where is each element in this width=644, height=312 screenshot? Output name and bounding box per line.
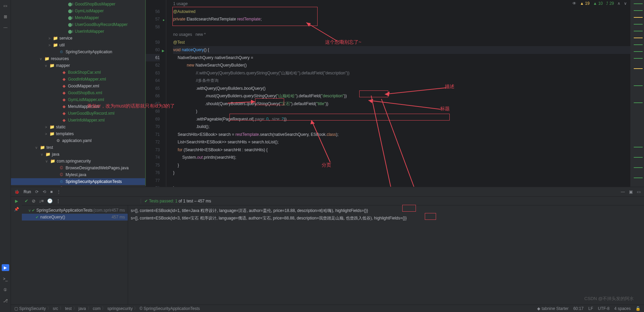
tree-item-com-springsecurity[interactable]: v📁com.springsecurity: [11, 158, 146, 165]
tree-item-application-yaml[interactable]: ⚙application.yaml: [11, 137, 146, 144]
breadcrumb-item[interactable]: java: [79, 306, 86, 311]
tree-item-browsedesignatedwebpages-java[interactable]: ©BrowseDesignatedWebPages.java: [11, 165, 146, 171]
cursor-position[interactable]: 60:17: [573, 306, 584, 311]
tree-item-templates[interactable]: >📁templates: [11, 130, 146, 137]
tree-item-java[interactable]: v📁java: [11, 151, 146, 158]
annotation-title: 标题: [440, 106, 450, 112]
warnings-count[interactable]: ▲ 19: [580, 1, 590, 6]
readonly-icon[interactable]: 🔓: [635, 306, 641, 311]
main-area: ⬤IGoodShopBusMapper⬤IGymListMapper⬤IMenu…: [11, 0, 644, 312]
chevron-down-icon[interactable]: ∨: [624, 1, 627, 6]
sort-icon[interactable]: ↓≡: [39, 198, 44, 203]
test-toolbar: ✔ ⊘ ↓≡ 🕐 ⋮ ✔ Tests passed: 1 of 1 test –…: [22, 197, 644, 205]
tree-item-menumapper[interactable]: ⬤IMenuMapper: [11, 14, 146, 21]
eye-off-icon[interactable]: 👁: [572, 1, 576, 6]
tree-item-usergoodbuyrecord-xml[interactable]: ◆UserGoodBuyRecord.xml: [11, 110, 146, 117]
check-icon[interactable]: ✔: [25, 198, 28, 203]
breadcrumb-item[interactable]: test: [65, 306, 71, 311]
breadcrumb[interactable]: ▢ SpringSecurity〉src〉test〉java〉com〉sprin…: [14, 306, 200, 311]
annotation-like-or: 类似or，改为must的话那就只有id为3的了: [87, 103, 175, 109]
tree-item-goodshopbusmapper[interactable]: ⬤IGoodShopBusMapper: [11, 1, 146, 8]
pin-icon[interactable]: 📌: [14, 207, 19, 212]
tree-item-test[interactable]: v📁test: [11, 144, 146, 151]
problems-tool-icon[interactable]: ①: [2, 287, 9, 293]
annotation-dont-forget: 这个您嘞别忘了~: [325, 39, 361, 45]
tests-passed-label: Tests passed: 1: [149, 199, 177, 203]
console-line: s=[], content=ESBook(id=1, title=Java 程序…: [131, 207, 641, 214]
test-row[interactable]: v ✔SpringSecurityApplicationTests (com.s…: [22, 207, 128, 214]
test-tree[interactable]: v ✔SpringSecurityApplicationTests (com.s…: [22, 205, 128, 304]
run-panel-title: Run: [24, 189, 31, 194]
tree-item-service[interactable]: >📁service: [11, 35, 146, 42]
rerun-icon[interactable]: ⟳: [35, 189, 39, 194]
tabnine-widget[interactable]: ◆ tabnine Starter: [537, 306, 569, 311]
breadcrumb-item[interactable]: ▢ SpringSecurity: [14, 306, 46, 311]
layout-icon[interactable]: ▣: [629, 189, 633, 194]
vcs-tool-icon[interactable]: ⎇: [2, 298, 9, 304]
console-line: s=[], content=ESBook(id=3, title=宝石 程序设计…: [131, 214, 641, 222]
structure-tool-icon[interactable]: ⊞: [2, 14, 9, 20]
tree-item-bookshopcar-xml[interactable]: ◆BookShopCar.xml: [11, 69, 146, 76]
more-test-icon[interactable]: ⋮: [56, 198, 60, 203]
settings-icon[interactable]: ▭: [637, 189, 641, 194]
more-tool-icon[interactable]: ⋯: [2, 25, 9, 31]
tree-item-mapper[interactable]: v📁mapper: [11, 62, 146, 69]
tests-total-label: of 1 test – 457 ms: [178, 199, 211, 203]
breadcrumb-item[interactable]: springsecurity: [107, 306, 132, 311]
tree-item-util[interactable]: >📁util: [11, 42, 146, 48]
annotation-description: 描述: [445, 84, 454, 90]
editor-gutter: 5657●585960▶6162636465666768697071727374…: [146, 0, 166, 187]
console-output[interactable]: s=[], content=ESBook(id=1, title=Java 程序…: [128, 205, 644, 304]
tests-passed-icon: ✔: [144, 199, 148, 203]
tree-item-springsecurityapplication[interactable]: ©SpringSecurityApplication: [11, 48, 146, 55]
inspection-widget[interactable]: 👁 ▲ 19 ▲ 10 ⤴ 29 ∧ ∨: [572, 1, 627, 6]
debug-icon[interactable]: 🐞: [14, 189, 19, 194]
tree-item-goodinfomapper-xml[interactable]: ◆GoodInfoMapper.xml: [11, 76, 146, 83]
line-separator[interactable]: LF: [588, 306, 593, 311]
tool-window-bar-left: ▭ ⊞ ⋯ ▶ >_ ① ⎇: [0, 0, 11, 312]
tree-item-test-java[interactable]: ©Test.java: [11, 185, 146, 187]
rerun-failed-icon[interactable]: ⟲: [43, 189, 46, 194]
more-icon[interactable]: ⋮: [57, 189, 61, 194]
tree-item-mytest-java[interactable]: ©Mytest.java: [11, 171, 146, 178]
project-tree[interactable]: ⬤IGoodShopBusMapper⬤IGymListMapper⬤IMenu…: [11, 0, 146, 187]
tree-item-resources[interactable]: v📁resources: [11, 55, 146, 62]
run-panel-header: 🐞 Run ⟳ ⟲ ■ ⋮ — ▣ ▭: [11, 187, 644, 197]
clock-icon[interactable]: 🕐: [47, 198, 53, 203]
code-editor[interactable]: 5657●585960▶6162636465666768697071727374…: [146, 0, 644, 187]
breadcrumb-item[interactable]: © SpringSecurityApplicationTests: [139, 306, 200, 311]
project-tool-icon[interactable]: ▭: [2, 3, 9, 9]
indent-widget[interactable]: 4 spaces: [614, 306, 631, 311]
tree-item-userinfomapper-xml[interactable]: ◆UserInfoMapper.xml: [11, 117, 146, 124]
chevron-up-icon[interactable]: ∧: [617, 1, 620, 6]
annotation-paging: 分页: [322, 162, 331, 168]
test-row[interactable]: ✔naticeQuery()457 ms: [22, 214, 128, 221]
fail-icon[interactable]: ⊘: [32, 198, 36, 203]
file-enc88[interactable]: UTF-8: [598, 306, 610, 311]
tree-item-usergoodbuyrecordmapper[interactable]: ⬤IUserGoodBuyRecordMapper: [11, 21, 146, 28]
run-icon[interactable]: ▶: [15, 199, 18, 203]
minimap[interactable]: [630, 0, 644, 187]
run-panel: 🐞 Run ⟳ ⟲ ■ ⋮ — ▣ ▭ ▶ 📌 ✔ ⊘ ↓≡ 🕐 ⋮: [11, 187, 644, 304]
tree-item-goodmapper-xml[interactable]: ◆GoodMapper.xml: [11, 83, 146, 89]
tree-item-springsecurityapplicationtests[interactable]: ©SpringSecurityApplicationTests: [11, 178, 146, 185]
tree-item-gymlistmapper-xml[interactable]: ◆GymListMapper.xml: [11, 96, 146, 103]
tree-item-userinfomapper[interactable]: ⬤IUserInfoMapper: [11, 28, 146, 35]
minimize-icon[interactable]: —: [621, 189, 625, 194]
weak-warnings-count[interactable]: ▲ 10: [593, 1, 603, 6]
tree-item-gymlistmapper[interactable]: ⬤IGymListMapper: [11, 8, 146, 14]
breadcrumb-item[interactable]: src: [53, 306, 58, 311]
run-tool-icon[interactable]: ▶: [2, 264, 9, 271]
tree-item-goodshopbus-xml[interactable]: ◆GoodShopBus.xml: [11, 89, 146, 96]
csdn-watermark: CSDN @不掉头发的阿水: [584, 296, 634, 302]
hints-count[interactable]: ⤴ 29: [606, 1, 614, 6]
run-toolbar: ▶ 📌: [11, 197, 22, 304]
breadcrumb-item[interactable]: com: [93, 306, 101, 311]
stop-icon[interactable]: ■: [50, 189, 53, 194]
terminal-tool-icon[interactable]: >_: [2, 276, 9, 282]
tree-item-static[interactable]: >📁static: [11, 124, 146, 130]
status-bar: ▢ SpringSecurity〉src〉test〉java〉com〉sprin…: [11, 304, 644, 312]
code-area[interactable]: 1 usage@Autowiredprivate ElasticsearchRe…: [166, 0, 630, 187]
